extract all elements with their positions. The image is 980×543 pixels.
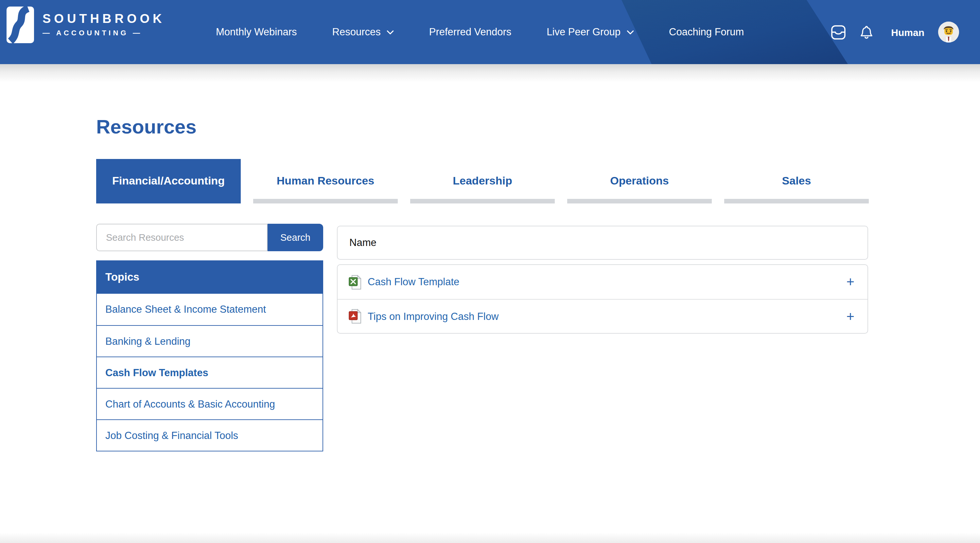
nav-label: Monthly Webinars [216, 26, 297, 38]
nav-item-coaching-forum[interactable]: Coaching Forum [669, 26, 744, 38]
lego-minifigure-avatar-image [938, 22, 959, 43]
topic-chart-of-accounts-basic-accounting[interactable]: Chart of Accounts & Basic Accounting [97, 388, 323, 419]
nav-item-resources[interactable]: Resources [332, 26, 394, 38]
nav-item-live-peer-group[interactable]: Live Peer Group [547, 26, 633, 38]
header-shadow-gradient [0, 64, 980, 83]
topic-banking-lending[interactable]: Banking & Lending [97, 325, 323, 357]
topic-label: Cash Flow Templates [105, 367, 208, 379]
topics-sidebar: Topics Balance Sheet & Income Statement … [96, 260, 323, 451]
files-list: Cash Flow Template + Tips on Improving C… [337, 264, 868, 334]
resource-search: Search [96, 224, 323, 251]
page-title: Resources [96, 115, 197, 139]
tab-sales[interactable]: Sales [724, 159, 869, 204]
main-nav: Monthly Webinars Resources Preferred Ven… [216, 0, 744, 64]
nav-item-preferred-vendors[interactable]: Preferred Vendors [429, 26, 512, 38]
file-row-cash-flow-template: Cash Flow Template + [337, 265, 867, 299]
file-row-tips-on-improving-cash-flow: Tips on Improving Cash Flow + [337, 299, 867, 333]
file-link[interactable]: Cash Flow Template [368, 276, 846, 288]
tab-financial-accounting[interactable]: Financial/Accounting [96, 159, 241, 204]
user-name[interactable]: Human [891, 27, 924, 38]
top-navigation-bar: SOUTHBROOK — ACCOUNTING — Monthly Webina… [0, 0, 980, 64]
bell-icon[interactable] [860, 24, 873, 40]
nav-label: Resources [332, 26, 381, 38]
tab-label: Financial/Accounting [112, 175, 225, 188]
tab-label: Sales [782, 175, 811, 188]
topic-label: Chart of Accounts & Basic Accounting [105, 398, 275, 410]
tab-operations[interactable]: Operations [567, 159, 712, 204]
tab-human-resources[interactable]: Human Resources [253, 159, 398, 204]
inbox-icon[interactable] [831, 24, 846, 40]
chevron-down-icon [627, 30, 633, 34]
header-actions: Human [831, 0, 959, 64]
resource-files-panel: Name Cash Flow Template + [337, 226, 868, 334]
topic-job-costing-financial-tools[interactable]: Job Costing & Financial Tools [97, 419, 323, 451]
topic-label: Balance Sheet & Income Statement [105, 304, 266, 315]
southbrook-logo-icon [6, 6, 34, 43]
search-button[interactable]: Search [267, 224, 323, 251]
tab-leadership[interactable]: Leadership [410, 159, 555, 204]
topic-label: Job Costing & Financial Tools [105, 430, 238, 441]
brand-name: SOUTHBROOK [43, 13, 165, 25]
files-column-header: Name [337, 226, 868, 260]
nav-item-monthly-webinars[interactable]: Monthly Webinars [216, 26, 297, 38]
file-link[interactable]: Tips on Improving Cash Flow [368, 311, 846, 322]
pdf-file-icon [349, 309, 362, 324]
expand-file-button[interactable]: + [846, 275, 854, 288]
page-bottom-gradient [0, 532, 980, 543]
chevron-down-icon [387, 30, 394, 34]
topic-cash-flow-templates[interactable]: Cash Flow Templates [97, 357, 323, 388]
brand-logo[interactable]: SOUTHBROOK — ACCOUNTING — [6, 6, 165, 43]
topics-list: Balance Sheet & Income Statement Banking… [96, 294, 323, 451]
user-avatar[interactable] [938, 22, 959, 43]
excel-file-icon [349, 274, 362, 290]
tab-label: Operations [610, 175, 669, 188]
expand-file-button[interactable]: + [846, 310, 854, 323]
tab-label: Human Resources [277, 175, 374, 188]
brand-wordmark: SOUTHBROOK — ACCOUNTING — [43, 13, 165, 37]
tab-label: Leadership [453, 175, 512, 188]
nav-label: Preferred Vendors [429, 26, 512, 38]
topic-label: Banking & Lending [105, 335, 190, 347]
nav-label: Live Peer Group [547, 26, 620, 38]
topic-balance-sheet-income-statement[interactable]: Balance Sheet & Income Statement [97, 294, 323, 325]
topics-header: Topics [96, 260, 323, 294]
brand-subtitle: — ACCOUNTING — [43, 29, 165, 37]
resources-page: SOUTHBROOK — ACCOUNTING — Monthly Webina… [0, 0, 980, 543]
nav-label: Coaching Forum [669, 26, 744, 38]
search-input[interactable] [96, 224, 267, 251]
category-tabs: Financial/Accounting Human Resources Lea… [96, 159, 869, 204]
